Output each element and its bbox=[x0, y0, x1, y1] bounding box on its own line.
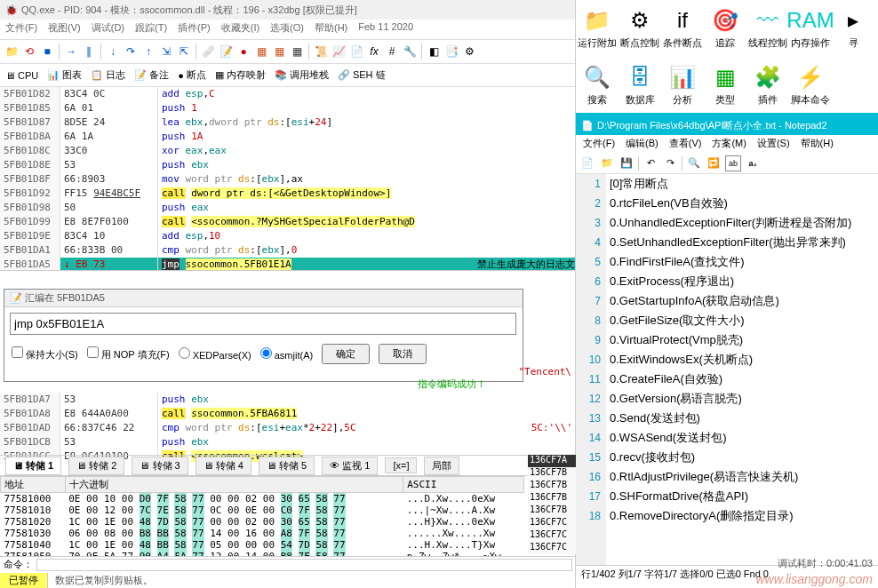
tab-调用堆栈[interactable]: 📚调用堆栈 bbox=[275, 68, 329, 82]
np-redo-icon[interactable]: ↷ bbox=[662, 155, 678, 171]
tab-内存映射[interactable]: ▦内存映射 bbox=[215, 68, 266, 82]
step-out-icon[interactable]: ↑ bbox=[140, 44, 156, 60]
tab-图表[interactable]: 📊图表 bbox=[47, 68, 82, 82]
ribbon-插件[interactable]: 🧩插件 bbox=[746, 57, 789, 114]
text-line[interactable]: 0.recv(接收封包) bbox=[610, 448, 878, 467]
dump-tab[interactable]: 🖥 转储 4 bbox=[196, 457, 251, 475]
cancel-button[interactable]: 取消 bbox=[379, 344, 427, 364]
ref-icon[interactable]: 📑 bbox=[443, 44, 459, 60]
menu-item[interactable]: 视图(V) bbox=[48, 21, 81, 37]
assemble-input[interactable] bbox=[10, 313, 516, 335]
hex-dump[interactable]: 地址十六进制ASCII775810000E 00 10 00 D0 7F 58 … bbox=[0, 476, 524, 556]
np-menu-item[interactable]: 查看(V) bbox=[669, 137, 702, 151]
tab-CPU[interactable]: 🖥CPU bbox=[5, 70, 38, 81]
menu-item[interactable]: Feb 11 2020 bbox=[358, 21, 413, 37]
text-line[interactable]: 0.WSASend(发送封包) bbox=[610, 428, 878, 448]
trace-over-icon[interactable]: ⇱ bbox=[176, 44, 192, 60]
patch-icon[interactable]: 🩹 bbox=[200, 44, 216, 60]
tab-断点[interactable]: ●断点 bbox=[178, 68, 206, 82]
text-line[interactable]: 0.ExitProcess(程序退出) bbox=[610, 272, 878, 291]
var-icon[interactable]: 📄 bbox=[348, 44, 364, 60]
script-icon[interactable]: 📜 bbox=[313, 44, 329, 60]
np-case-icon[interactable]: aₐ bbox=[745, 155, 761, 171]
graph-icon[interactable]: ◧ bbox=[426, 44, 442, 60]
np-menu-item[interactable]: 文件(F) bbox=[583, 137, 615, 151]
grid3-icon[interactable]: ▦ bbox=[289, 44, 305, 60]
ribbon-追踪[interactable]: 🎯追踪 bbox=[704, 0, 746, 57]
notepad-text[interactable]: [0]常用断点0.rtcFileLen(VB自效验)0.UnhandledExc… bbox=[606, 174, 878, 565]
nop-fill-checkbox[interactable]: 用 NOP 填充(F) bbox=[87, 346, 170, 362]
text-line[interactable]: 0.GetFileSize(取文件大小) bbox=[610, 311, 878, 330]
run-icon[interactable]: → bbox=[63, 44, 79, 60]
menu-item[interactable]: 插件(P) bbox=[178, 21, 211, 37]
ribbon-数据库[interactable]: 🗄数据库 bbox=[619, 57, 661, 114]
bp-icon[interactable]: ● bbox=[235, 44, 251, 60]
dump-tab[interactable]: 🖥 转储 3 bbox=[132, 457, 188, 475]
text-line[interactable]: 0.FindFirstFileA(查找文件) bbox=[610, 252, 878, 272]
hash-icon[interactable]: # bbox=[384, 44, 400, 60]
menu-item[interactable]: 选项(O) bbox=[270, 21, 304, 37]
refresh-icon[interactable]: ⟲ bbox=[21, 44, 37, 60]
grid1-icon[interactable]: ▦ bbox=[253, 44, 269, 60]
ribbon-条件断点[interactable]: if条件断点 bbox=[661, 0, 704, 57]
tab-SEH 链[interactable]: 🔗SEH 链 bbox=[338, 68, 386, 82]
stack-view[interactable]: 136CF7A136CF7B136CF7B136CF7B136CF7B136CF… bbox=[528, 455, 576, 554]
np-open-icon[interactable]: 📁 bbox=[599, 155, 615, 171]
xedparse-radio[interactable]: XEDParse(X) bbox=[179, 347, 251, 361]
text-line[interactable]: 0.SetUnhandledExceptionFilter(抛出异常来判) bbox=[610, 233, 878, 252]
dump-tab[interactable]: 局部 bbox=[424, 457, 459, 475]
step-over-icon[interactable]: ↷ bbox=[123, 44, 139, 60]
fx-icon[interactable]: fx bbox=[366, 44, 382, 60]
np-word-icon[interactable]: ab bbox=[725, 155, 741, 171]
pause-icon[interactable]: ∥ bbox=[81, 44, 97, 60]
menu-item[interactable]: 文件(F) bbox=[5, 21, 37, 37]
np-menu-item[interactable]: 编辑(B) bbox=[626, 137, 658, 151]
text-line[interactable]: 0.RemoveDirectoryA(删除指定目录) bbox=[610, 506, 878, 526]
ribbon-运行附加[interactable]: 📁运行附加 bbox=[576, 0, 619, 57]
np-menu-item[interactable]: 设置(S) bbox=[757, 137, 790, 151]
ribbon-线程控制[interactable]: 〰线程控制 bbox=[746, 0, 789, 57]
keep-size-checkbox[interactable]: 保持大小(S) bbox=[12, 346, 78, 362]
ribbon-类型[interactable]: ▦类型 bbox=[704, 57, 746, 114]
np-menu-item[interactable]: 方案(M) bbox=[712, 137, 746, 151]
stop-icon[interactable]: ■ bbox=[39, 44, 55, 60]
step-into-icon[interactable]: ↓ bbox=[105, 44, 121, 60]
disassembly-view[interactable]: 5FB01D8283C4 0Cadd esp,C5FB01D856A 01pus… bbox=[0, 87, 575, 271]
ribbon-分析[interactable]: 📊分析 bbox=[661, 57, 704, 114]
np-find-icon[interactable]: 🔍 bbox=[686, 155, 702, 171]
dump-tab[interactable]: [x=] bbox=[385, 457, 417, 473]
menu-item[interactable]: 跟踪(T) bbox=[135, 21, 167, 37]
text-line[interactable]: 0.Send(发送封包) bbox=[610, 409, 878, 428]
menu-item[interactable]: 调试(D) bbox=[92, 21, 124, 37]
asmjit-radio[interactable]: asmjit(A) bbox=[260, 347, 313, 361]
ok-button[interactable]: 确定 bbox=[322, 344, 370, 364]
text-line[interactable]: 0.SHFormatDrive(格盘API) bbox=[610, 487, 878, 506]
ribbon-断点控制[interactable]: ⚙断点控制 bbox=[619, 0, 661, 57]
np-save-icon[interactable]: 💾 bbox=[619, 155, 635, 171]
text-line[interactable]: 0.rtcFileLen(VB自效验) bbox=[610, 194, 878, 213]
ribbon-寻[interactable]: ▸寻 bbox=[832, 0, 874, 57]
text-line[interactable]: 0.CreateFileA(自效验) bbox=[610, 369, 878, 389]
ribbon-搜索[interactable]: 🔍搜索 bbox=[576, 57, 619, 114]
tab-备注[interactable]: 📝备注 bbox=[134, 68, 169, 82]
text-line[interactable]: 0.ExitWindowsEx(关机断点) bbox=[610, 350, 878, 369]
settings-icon[interactable]: ⚙ bbox=[461, 44, 477, 60]
text-line[interactable]: [0]常用断点 bbox=[610, 174, 878, 194]
command-input[interactable] bbox=[36, 559, 572, 571]
note-icon[interactable]: 📝 bbox=[218, 44, 234, 60]
text-line[interactable]: 0.VirtualProtect(Vmp脱壳) bbox=[610, 330, 878, 350]
dump-tab[interactable]: 🖥 转储 1 bbox=[5, 457, 61, 475]
np-replace-icon[interactable]: 🔁 bbox=[706, 155, 722, 171]
menu-item[interactable]: 帮助(H) bbox=[315, 21, 347, 37]
text-line[interactable]: 0.GetVersion(易语言脱壳) bbox=[610, 389, 878, 409]
np-menu-item[interactable]: 帮助(H) bbox=[801, 137, 834, 151]
ribbon-内存操作[interactable]: RAM内存操作 bbox=[789, 0, 832, 57]
trace-into-icon[interactable]: ⇲ bbox=[158, 44, 174, 60]
np-undo-icon[interactable]: ↶ bbox=[643, 155, 658, 171]
handle-icon[interactable]: 🔧 bbox=[402, 44, 418, 60]
grid2-icon[interactable]: ▦ bbox=[271, 44, 287, 60]
menu-item[interactable]: 收藏夹(I) bbox=[221, 21, 259, 37]
chart-icon[interactable]: 📈 bbox=[331, 44, 347, 60]
text-line[interactable]: 0.GetStartupInfoA(获取启动信息) bbox=[610, 291, 878, 311]
disasm-continued[interactable]: 5FB01DA753push ebx5FB01DA8E8 644A0A00cal… bbox=[0, 393, 576, 464]
